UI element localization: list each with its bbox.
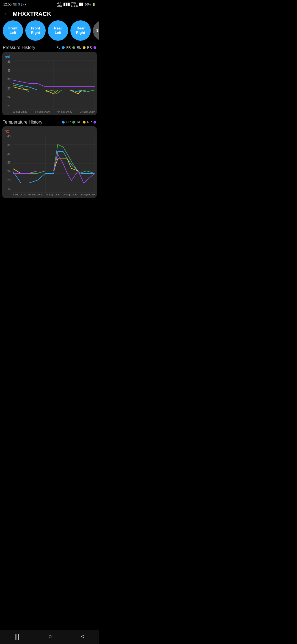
- temp-legend-fr-dot: [72, 121, 75, 124]
- temp-legend-rr-label: RR: [87, 120, 92, 124]
- pressure-chart-area: 36 33 30 27 24 21: [4, 60, 95, 113]
- temp-chart-svg: [13, 135, 95, 193]
- status-right: Vo))LTE1 ▊▊▊ Vo))LTE2↓ ▊▊ 80% 🔋: [57, 2, 96, 7]
- pressure-legend-rl-dot: [83, 46, 86, 49]
- temp-x-labels: 4 Sep 04:30 04 Sep 09:30 04 Sep 14:30 04…: [13, 193, 95, 196]
- pressure-section-header: Pressure History FL FR RL RR: [0, 44, 99, 52]
- pressure-legend: FL FR RL RR: [56, 46, 96, 50]
- tire-btn-rl[interactable]: RearLeft: [48, 20, 68, 41]
- pressure-legend-rl-label: RL: [77, 46, 81, 50]
- status-bar: 12:50 📷 S ▷ • Vo))LTE1 ▊▊▊ Vo))LTE2↓ ▊▊ …: [0, 0, 99, 8]
- pressure-unit-label: psi: [4, 54, 95, 59]
- temp-legend-rl-dot: [83, 121, 86, 124]
- temp-chart-container: °C 40 36 32 28 24 20 16: [2, 126, 97, 198]
- pressure-legend-fl-dot: [62, 46, 65, 49]
- battery-percent: 80%: [85, 3, 91, 6]
- pressure-legend-rr-dot: [94, 46, 96, 49]
- play-icon: ▷: [21, 2, 24, 6]
- dot-icon: •: [25, 2, 26, 6]
- pressure-chart-svg-wrap: [13, 60, 95, 110]
- temp-legend-rl-label: RL: [77, 120, 81, 124]
- temp-legend-fr-label: FR: [66, 120, 71, 124]
- back-button[interactable]: ←: [3, 10, 9, 18]
- s-icon: S: [18, 2, 20, 6]
- temp-section-header: Temperature History FL FR RL RR: [0, 119, 99, 126]
- tire-buttons-row: FrontLeft FrontRight RearLeft RearRight …: [0, 20, 99, 44]
- temp-chart-area: 40 36 32 28 24 20 16: [4, 135, 95, 196]
- temp-legend-fl-label: FL: [56, 120, 60, 124]
- temp-legend-rr-dot: [94, 121, 96, 124]
- page-title: MHXXTRACK: [13, 10, 51, 18]
- pressure-legend-fl-label: FL: [56, 46, 60, 50]
- pressure-y-labels: 36 33 30 27 24 21: [4, 60, 12, 108]
- signal-bars2: ▊▊: [79, 3, 84, 6]
- temp-legend: FL FR RL RR: [56, 120, 96, 124]
- camera-icon: 📷: [13, 2, 17, 6]
- tire-btn-rr[interactable]: RearRight: [70, 20, 91, 41]
- status-left: 12:50 📷 S ▷ •: [3, 2, 26, 6]
- signal-lte2: Vo))LTE2↓: [71, 2, 78, 7]
- pressure-legend-rr-label: RR: [87, 46, 92, 50]
- signal-bars1: ▊▊▊: [64, 3, 70, 6]
- pressure-legend-fr-dot: [72, 46, 75, 49]
- pressure-legend-fr-label: FR: [66, 46, 71, 50]
- header: ← MHXXTRACK: [0, 8, 99, 20]
- tire-btn-fl[interactable]: FrontLeft: [3, 20, 23, 41]
- battery-icon: 🔋: [92, 3, 96, 6]
- pressure-chart-svg: [13, 60, 95, 110]
- temp-unit-label: °C: [4, 129, 95, 134]
- temp-y-labels: 40 36 32 28 24 20 16: [4, 135, 12, 190]
- tire-btn-fr[interactable]: FrontRight: [25, 20, 46, 41]
- temp-legend-fl-dot: [62, 121, 65, 124]
- time: 12:50: [3, 2, 12, 6]
- pressure-history-title: Pressure History: [3, 45, 35, 50]
- temp-history-title: Temperature History: [3, 120, 42, 125]
- signal-lte1: Vo))LTE1: [57, 2, 62, 7]
- temp-chart-svg-wrap: [13, 135, 95, 193]
- tire-btn-stepney[interactable]: Stepney: [93, 20, 99, 41]
- pressure-chart-container: psi 36 33 30 27 24 21: [2, 52, 97, 115]
- pressure-x-labels: 03 Sep 23:30 04 Sep 04:30 04 Sep 09:30 0…: [13, 110, 95, 113]
